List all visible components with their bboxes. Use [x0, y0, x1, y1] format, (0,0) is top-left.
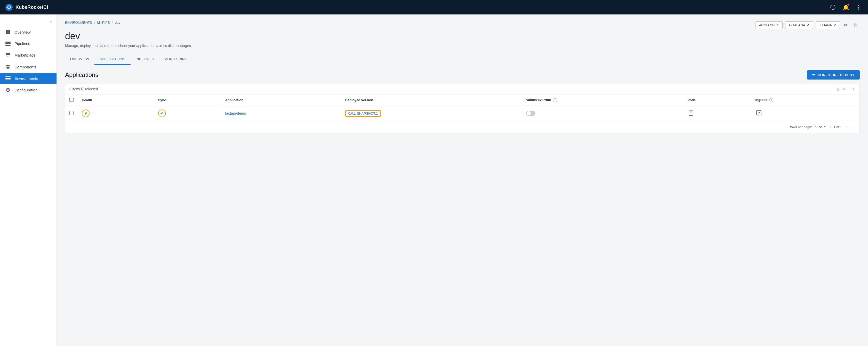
breadcrumb-mypipe[interactable]: MYPIPE [97, 21, 110, 25]
breadcrumb-sep-1: / [94, 21, 95, 25]
next-page-button[interactable]: › [851, 124, 855, 130]
rows-per-page-select[interactable]: 5 10 25 [813, 125, 823, 129]
chevron-down-icon: ▾ [824, 125, 826, 128]
health-indicator: ♥ [82, 110, 90, 117]
th-checkbox [65, 94, 78, 106]
configuration-icon [5, 87, 11, 92]
delete-button[interactable]: 🗑 DELETE [837, 87, 855, 91]
tab-overview[interactable]: OVERVIEW [65, 54, 94, 65]
logo-icon [5, 3, 13, 11]
environments-icon [5, 77, 11, 81]
svg-rect-4 [6, 32, 8, 34]
application-link[interactable]: fastapi-demo [225, 111, 246, 115]
td-pods [683, 106, 751, 121]
more-menu-button[interactable]: ⋮ [855, 3, 863, 11]
tab-monitoring[interactable]: MONITORING [159, 54, 192, 65]
row-checkbox[interactable] [69, 111, 73, 115]
svg-rect-5 [8, 32, 10, 34]
tab-pipelines[interactable]: PIPELINES [130, 54, 159, 65]
th-deployed-version: Deployed version [341, 94, 522, 106]
td-checkbox [65, 106, 78, 121]
trash-icon: 🗑 [854, 23, 858, 28]
version-badge[interactable]: 0.0.1-SNAPSHOT.1 [345, 110, 381, 117]
th-sync: Sync [154, 94, 221, 106]
sidebar-item-marketplace-label: Marketplace [14, 53, 36, 57]
svg-point-10 [9, 57, 9, 57]
td-sync: ✔ [154, 106, 221, 121]
items-selected: 0 item(s) selected [69, 87, 98, 91]
delete-page-button[interactable]: 🗑 [852, 21, 860, 29]
sidebar-item-marketplace[interactable]: Marketplace [0, 49, 57, 61]
heart-icon: ♥ [84, 111, 87, 116]
notifications-button[interactable]: 🔔 [842, 3, 850, 11]
more-icon: ⋮ [856, 4, 862, 10]
breadcrumb: ENVIRONMENTS / MYPIPE / dev [65, 21, 120, 25]
delete-label: DELETE [841, 87, 855, 91]
svg-rect-8 [5, 45, 10, 46]
kibana-external-icon: ↗ [833, 23, 836, 27]
sidebar-item-overview[interactable]: Overview [0, 26, 57, 38]
applications-table: Health Sync Application Deployed version [65, 94, 860, 121]
sidebar-item-overview-label: Overview [14, 30, 31, 34]
sync-indicator: ✔ [158, 110, 166, 117]
tabs: OVERVIEW APPLICATIONS PIPELINES MONITORI… [65, 54, 860, 65]
sidebar-item-components-label: Components [14, 65, 36, 69]
notification-badge [847, 4, 849, 6]
th-values-override: Values override i [522, 94, 683, 106]
sidebar-collapse-button[interactable]: ‹ [49, 18, 53, 25]
app-body: ‹ Overview Pipelines [0, 15, 868, 346]
table-body: ♥ ✔ fastapi-demo 0.0.1-SNAPSHOT.1 [65, 106, 860, 121]
components-icon [5, 64, 11, 69]
sidebar: ‹ Overview Pipelines [0, 15, 57, 346]
top-navigation: KubeRocketCI ⓘ 🔔 ⋮ [0, 0, 868, 15]
ingress-info-icon[interactable]: i [769, 98, 773, 102]
pencil-icon: ✏ [812, 73, 816, 77]
table-header: Health Sync Application Deployed version [65, 94, 860, 106]
td-health: ♥ [78, 106, 154, 121]
sidebar-item-configuration[interactable]: Configuration [0, 84, 57, 96]
sidebar-item-environments[interactable]: Environments [0, 73, 57, 84]
delete-trash-icon: 🗑 [837, 87, 840, 91]
argo-cd-label: ARGO CD [759, 23, 775, 27]
kibana-button[interactable]: KIBANA ↗ [816, 22, 840, 29]
pods-icon[interactable] [687, 111, 694, 118]
check-icon: ✔ [160, 111, 164, 116]
rows-per-page-label: Rows per page: [788, 125, 812, 129]
pipelines-icon [5, 41, 11, 46]
select-all-checkbox[interactable] [69, 97, 73, 102]
sidebar-item-configuration-label: Configuration [14, 88, 37, 92]
ingress-icon[interactable] [755, 110, 763, 117]
configure-deploy-label: CONFIGURE DEPLOY [818, 73, 855, 77]
sidebar-item-environments-label: Environments [14, 76, 38, 81]
grafana-label: GRAFANA [789, 23, 805, 27]
page-title-area: dev Manage, deploy, test, and troublesho… [65, 30, 860, 48]
header-actions: ARGO CD ↗ GRAFANA ↗ KIBANA ↗ ✏ 🗑 [755, 21, 860, 29]
grafana-button[interactable]: GRAFANA ↗ [785, 22, 813, 29]
page-info: 1–1 of 1 [830, 125, 842, 129]
configure-deploy-button[interactable]: ✏ CONFIGURE DEPLOY [807, 70, 860, 80]
svg-rect-2 [6, 30, 8, 32]
edit-button[interactable]: ✏ [842, 21, 849, 29]
svg-rect-7 [5, 43, 10, 44]
prev-page-button[interactable]: ‹ [844, 124, 849, 130]
argo-cd-button[interactable]: ARGO CD ↗ [755, 22, 783, 29]
info-button[interactable]: ⓘ [829, 3, 837, 11]
section-title: Applications [65, 71, 98, 79]
values-override-info-icon[interactable]: i [553, 98, 557, 102]
sidebar-item-pipelines[interactable]: Pipelines [0, 38, 57, 49]
app-title: KubeRocketCI [16, 5, 48, 10]
svg-rect-15 [5, 78, 10, 79]
table-row: ♥ ✔ fastapi-demo 0.0.1-SNAPSHOT.1 [65, 106, 860, 121]
sidebar-item-components[interactable]: Components [0, 61, 57, 73]
grafana-external-icon: ↗ [807, 23, 809, 27]
td-deployed-version: 0.0.1-SNAPSHOT.1 [341, 106, 522, 121]
tab-applications[interactable]: APPLICATIONS [94, 54, 130, 65]
marketplace-icon [5, 52, 11, 58]
page-title: dev [65, 30, 860, 41]
svg-point-17 [7, 89, 9, 91]
table-toolbar: 0 item(s) selected 🗑 DELETE [65, 84, 860, 94]
th-application: Application [221, 94, 341, 106]
breadcrumb-environments[interactable]: ENVIRONMENTS [65, 21, 92, 25]
values-override-toggle[interactable] [526, 111, 535, 116]
th-ingress: Ingress i [751, 94, 860, 106]
